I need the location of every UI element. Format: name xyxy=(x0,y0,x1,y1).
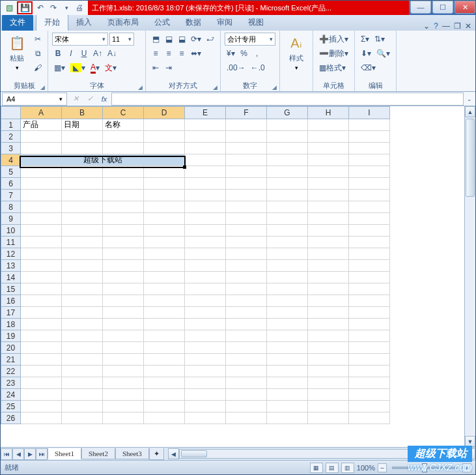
align-bottom-button[interactable]: ⬓ xyxy=(176,33,188,46)
cell-C1[interactable]: 名称 xyxy=(103,119,144,131)
find-button[interactable]: 🔍▾ xyxy=(374,47,392,60)
percent-button[interactable]: % xyxy=(238,47,250,60)
cell-E12[interactable] xyxy=(185,248,226,260)
cell-D17[interactable] xyxy=(144,307,185,319)
cell-C10[interactable] xyxy=(103,225,144,237)
cell-E16[interactable] xyxy=(185,295,226,307)
cell-E24[interactable] xyxy=(185,389,226,401)
cell-C19[interactable] xyxy=(103,330,144,342)
cell-C2[interactable] xyxy=(103,131,144,143)
scroll-right-icon[interactable]: ▶ xyxy=(464,448,475,459)
cell-D9[interactable] xyxy=(144,213,185,225)
cell-D20[interactable] xyxy=(144,342,185,354)
cell-H5[interactable] xyxy=(308,166,349,178)
row-header-12[interactable]: 12 xyxy=(1,248,21,260)
col-header-C[interactable]: C xyxy=(103,107,144,119)
cell-E20[interactable] xyxy=(185,342,226,354)
cell-C15[interactable] xyxy=(103,283,144,295)
cell-G1[interactable] xyxy=(267,119,308,131)
zoom-in-icon[interactable]: + xyxy=(462,463,471,472)
cell-H12[interactable] xyxy=(308,248,349,260)
cell-D24[interactable] xyxy=(144,389,185,401)
vscroll-thumb[interactable] xyxy=(466,119,475,197)
cell-D3[interactable] xyxy=(144,143,185,154)
cell-H14[interactable] xyxy=(308,272,349,283)
scroll-up-icon[interactable]: ▲ xyxy=(465,106,475,117)
cell-I9[interactable] xyxy=(349,213,390,225)
cell-E14[interactable] xyxy=(185,272,226,283)
cell-E25[interactable] xyxy=(185,401,226,412)
cell-F1[interactable] xyxy=(226,119,267,131)
tab-data[interactable]: 数据 xyxy=(178,14,209,31)
cell-A24[interactable] xyxy=(21,389,62,401)
cell-A26[interactable] xyxy=(21,412,62,424)
cell-E9[interactable] xyxy=(185,213,226,225)
cell-F26[interactable] xyxy=(226,412,267,424)
zoom-thumb[interactable] xyxy=(422,463,427,472)
font-size-combo[interactable]: 11▾ xyxy=(109,33,134,46)
cell-G17[interactable] xyxy=(267,307,308,319)
cell-C13[interactable] xyxy=(103,260,144,272)
cell-E11[interactable] xyxy=(185,237,226,248)
cell-A16[interactable] xyxy=(21,295,62,307)
cell-F6[interactable] xyxy=(226,178,267,190)
cell-A9[interactable] xyxy=(21,213,62,225)
cell-E22[interactable] xyxy=(185,366,226,377)
cell-E17[interactable] xyxy=(185,307,226,319)
grid[interactable]: ABCDEFGHI1产品日期名称234超级下载站5678910111213141… xyxy=(1,106,464,447)
cell-H9[interactable] xyxy=(308,213,349,225)
sheet-tab-1[interactable]: Sheet1 xyxy=(48,448,81,459)
cell-E23[interactable] xyxy=(185,377,226,389)
bold-button[interactable]: B xyxy=(52,47,64,60)
cell-A10[interactable] xyxy=(21,225,62,237)
cell-H6[interactable] xyxy=(308,178,349,190)
cell-I26[interactable] xyxy=(349,412,390,424)
number-launcher-icon[interactable]: ◢ xyxy=(272,84,277,91)
cut-button[interactable]: ✂ xyxy=(32,33,44,46)
cell-B3[interactable] xyxy=(62,143,103,154)
cell-D16[interactable] xyxy=(144,295,185,307)
col-header-D[interactable]: D xyxy=(144,107,185,119)
align-left-button[interactable]: ≡ xyxy=(150,47,161,60)
row-header-10[interactable]: 10 xyxy=(1,225,21,237)
redo-icon[interactable]: ↷ xyxy=(48,3,59,13)
cell-B21[interactable] xyxy=(62,354,103,366)
format-painter-button[interactable]: 🖌 xyxy=(32,61,44,74)
first-sheet-icon[interactable]: ⏮ xyxy=(1,448,12,460)
cell-F4[interactable] xyxy=(226,154,267,166)
cell-F14[interactable] xyxy=(226,272,267,283)
cell-D23[interactable] xyxy=(144,377,185,389)
row-header-26[interactable]: 26 xyxy=(1,412,21,424)
cell-A23[interactable] xyxy=(21,377,62,389)
cell-B9[interactable] xyxy=(62,213,103,225)
maximize-button[interactable]: ☐ xyxy=(432,1,453,14)
cell-B25[interactable] xyxy=(62,401,103,412)
cell-H2[interactable] xyxy=(308,131,349,143)
cell-E13[interactable] xyxy=(185,260,226,272)
cell-B7[interactable] xyxy=(62,190,103,201)
col-header-I[interactable]: I xyxy=(349,107,390,119)
comma-button[interactable]: , xyxy=(251,47,263,60)
cell-D21[interactable] xyxy=(144,354,185,366)
fill-color-button[interactable]: ◣▾ xyxy=(68,61,87,74)
cell-E10[interactable] xyxy=(185,225,226,237)
cell-A5[interactable] xyxy=(21,166,62,178)
sort-filter-button[interactable]: ⇅▾ xyxy=(372,33,387,46)
expand-formula-bar[interactable]: ⌄ xyxy=(464,93,475,106)
cell-G26[interactable] xyxy=(267,412,308,424)
cell-A21[interactable] xyxy=(21,354,62,366)
page-layout-view-icon[interactable]: ▤ xyxy=(326,463,339,473)
help-icon[interactable]: ? xyxy=(434,22,438,31)
cell-I16[interactable] xyxy=(349,295,390,307)
phonetic-button[interactable]: 文▾ xyxy=(103,61,119,74)
cell-B17[interactable] xyxy=(62,307,103,319)
cell-A2[interactable] xyxy=(21,131,62,143)
cell-E21[interactable] xyxy=(185,354,226,366)
cell-F8[interactable] xyxy=(226,201,267,213)
cell-F19[interactable] xyxy=(226,330,267,342)
clipboard-launcher-icon[interactable]: ◢ xyxy=(40,84,45,91)
cell-B16[interactable] xyxy=(62,295,103,307)
cell-A7[interactable] xyxy=(21,190,62,201)
cell-I7[interactable] xyxy=(349,190,390,201)
tab-view[interactable]: 视图 xyxy=(240,14,272,31)
